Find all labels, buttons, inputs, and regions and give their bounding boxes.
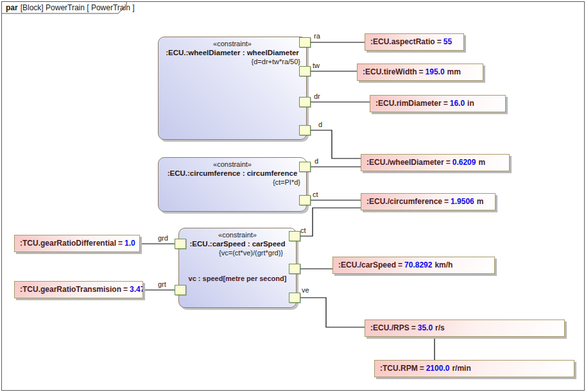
parametric-diagram-canvas: par[Block] PowerTrain [ PowerTrain ] «co… — [0, 0, 586, 392]
port-ra[interactable] — [299, 37, 311, 47]
value-number: 3.47 — [130, 285, 143, 294]
port-label-d2: d — [315, 157, 318, 165]
port-grd-carspeed[interactable] — [175, 239, 186, 249]
connector-ve-rps[interactable] — [300, 298, 365, 327]
value-box-circumference[interactable]: :ECU./circumference=1.9506m — [361, 193, 496, 210]
port-d-circumference[interactable] — [299, 162, 311, 172]
value-number: 1.9506 — [451, 197, 474, 206]
value-number: 35.0 — [418, 323, 433, 332]
value-number: 16.0 — [450, 99, 465, 108]
port-label-tw: tw — [313, 62, 320, 69]
port-dr[interactable] — [299, 97, 311, 107]
equals-sign: = — [398, 260, 402, 269]
port-label-dr: dr — [314, 92, 320, 100]
value-label: :TCU.gearRatioTransmision — [20, 285, 121, 294]
value-unit: m — [477, 197, 484, 206]
frame-keyword: par — [6, 3, 18, 12]
value-unit: km/h — [435, 260, 452, 269]
value-unit: r/min — [452, 364, 470, 373]
value-number: 0.6209 — [452, 158, 476, 167]
value-label: :TCU.RPM — [380, 364, 418, 373]
value-box-rimdiameter[interactable]: :ECU.rimDiameter=16.0in — [370, 95, 506, 112]
port-label-ve: ve — [302, 286, 309, 294]
equals-sign: = — [444, 197, 449, 206]
value-number: 70.8292 — [404, 260, 432, 269]
port-d-wheeldiameter[interactable] — [299, 125, 311, 135]
equals-sign: = — [420, 364, 424, 373]
equals-sign: = — [411, 323, 416, 332]
value-box-rps[interactable]: :ECU./RPS=35.0r/s — [365, 320, 565, 337]
value-box-wheeldiameter[interactable]: :ECU./wheelDiameter=0.6209m — [361, 154, 510, 171]
port-label-grd: grd — [158, 234, 168, 242]
diagram-frame-title: par[Block] PowerTrain [ PowerTrain ] — [6, 3, 135, 12]
value-box-aspectratio[interactable]: :ECU.aspectRatio=55 — [365, 33, 464, 51]
port-label-ct3: ct — [300, 226, 306, 234]
value-box-carspeed[interactable]: :ECU./carSpeed=70.8292km/h — [332, 257, 495, 274]
value-number: 195.0 — [426, 67, 445, 76]
port-label-ra: ra — [314, 32, 320, 40]
value-box-tirewidth[interactable]: :ECU.tireWidth=195.0mm — [357, 64, 483, 81]
equals-sign: = — [118, 239, 123, 248]
value-number: 55 — [444, 37, 452, 46]
connector-ct-carspeed[interactable] — [300, 208, 361, 236]
port-ve-carspeed[interactable] — [289, 293, 300, 303]
value-label: :ECU./RPS — [370, 323, 409, 332]
equals-sign: = — [444, 99, 448, 108]
value-unit: mm — [447, 67, 461, 76]
port-ct-circumference[interactable] — [299, 195, 311, 205]
value-box-gearratiodifferential[interactable]: :TCU.gearRatioDifferential=1.0 — [14, 235, 140, 252]
port-ct-carspeed[interactable] — [289, 231, 300, 241]
value-unit: in — [467, 99, 474, 108]
equals-sign: = — [123, 285, 128, 294]
value-label: :ECU./wheelDiameter — [366, 158, 444, 167]
value-label: :ECU./circumference — [366, 197, 442, 206]
value-label: :ECU.aspectRatio — [370, 37, 435, 46]
value-unit: r/s — [435, 323, 445, 332]
frame-title-text: [Block] PowerTrain [ PowerTrain ] — [21, 3, 135, 12]
equals-sign: = — [437, 37, 442, 46]
port-label-grt: grt — [158, 280, 166, 288]
value-label: :TCU.gearRatioDifferential — [20, 239, 116, 248]
port-tw[interactable] — [299, 66, 311, 76]
connector-d-wheeldiameter[interactable] — [311, 130, 361, 158]
value-box-rpm[interactable]: :TCU.RPM=2100.0r/min — [374, 360, 574, 377]
value-label: :ECU.tireWidth — [363, 67, 417, 76]
equals-sign: = — [419, 67, 424, 76]
port-vc-carspeed[interactable] — [289, 264, 300, 274]
equals-sign: = — [446, 158, 451, 167]
value-number: 2100.0 — [426, 364, 450, 373]
value-label: :ECU./carSpeed — [338, 260, 396, 269]
value-label: :ECU.rimDiameter — [375, 99, 442, 108]
value-number: 1.0 — [125, 239, 135, 248]
port-grt-carspeed[interactable] — [175, 285, 186, 295]
port-label-ct2: ct — [313, 191, 318, 198]
port-label-d1: d — [318, 121, 322, 128]
value-box-gearratiotransmision[interactable]: :TCU.gearRatioTransmision=3.47 — [14, 281, 143, 298]
value-unit: m — [478, 158, 485, 167]
